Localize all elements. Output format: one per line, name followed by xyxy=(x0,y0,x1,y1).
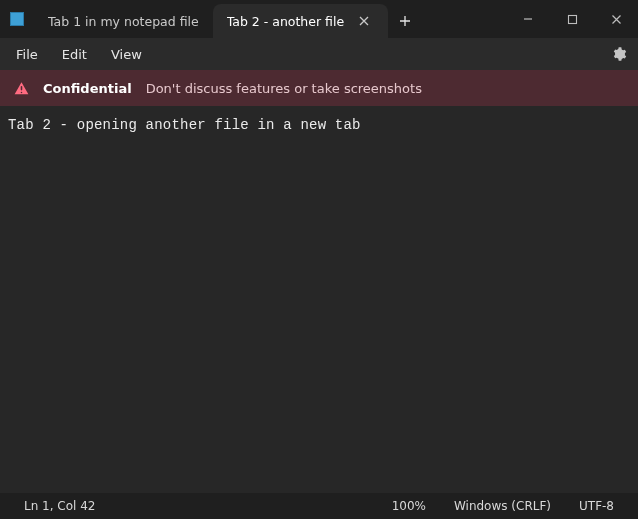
plus-icon xyxy=(399,15,411,27)
notepad-icon xyxy=(10,12,24,26)
title-bar: Tab 1 in my notepad file Tab 2 - another… xyxy=(0,0,638,38)
tab-1[interactable]: Tab 1 in my notepad file xyxy=(34,4,213,38)
app-icon xyxy=(0,0,34,38)
menu-file[interactable]: File xyxy=(4,43,50,66)
maximize-icon xyxy=(567,14,578,25)
banner-title: Confidential xyxy=(43,81,132,96)
minimize-icon xyxy=(522,13,534,25)
status-caret-position[interactable]: Ln 1, Col 42 xyxy=(10,493,110,519)
gear-icon xyxy=(611,46,627,62)
close-icon xyxy=(359,16,369,26)
status-bar: Ln 1, Col 42 100% Windows (CRLF) UTF-8 xyxy=(0,493,638,519)
window-close-button[interactable] xyxy=(594,0,638,38)
status-encoding[interactable]: UTF-8 xyxy=(565,493,628,519)
status-zoom[interactable]: 100% xyxy=(378,493,440,519)
banner-message: Don't discuss features or take screensho… xyxy=(146,81,422,96)
close-icon xyxy=(611,14,622,25)
tab-2[interactable]: Tab 2 - another file xyxy=(213,4,388,38)
new-tab-button[interactable] xyxy=(388,4,422,38)
confidential-banner: Confidential Don't discuss features or t… xyxy=(0,70,638,106)
menu-bar: File Edit View xyxy=(0,38,638,70)
titlebar-drag-region[interactable] xyxy=(422,0,506,38)
maximize-button[interactable] xyxy=(550,0,594,38)
window-controls xyxy=(506,0,638,38)
text-editor[interactable]: Tab 2 - opening another file in a new ta… xyxy=(0,106,638,493)
tab-1-label: Tab 1 in my notepad file xyxy=(48,14,199,29)
minimize-button[interactable] xyxy=(506,0,550,38)
settings-button[interactable] xyxy=(604,39,634,69)
close-tab-button[interactable] xyxy=(354,11,374,31)
tab-2-label: Tab 2 - another file xyxy=(227,14,344,29)
svg-rect-0 xyxy=(568,15,576,23)
menu-view[interactable]: View xyxy=(99,43,154,66)
warning-icon xyxy=(14,81,29,96)
menu-edit[interactable]: Edit xyxy=(50,43,99,66)
status-line-ending[interactable]: Windows (CRLF) xyxy=(440,493,565,519)
